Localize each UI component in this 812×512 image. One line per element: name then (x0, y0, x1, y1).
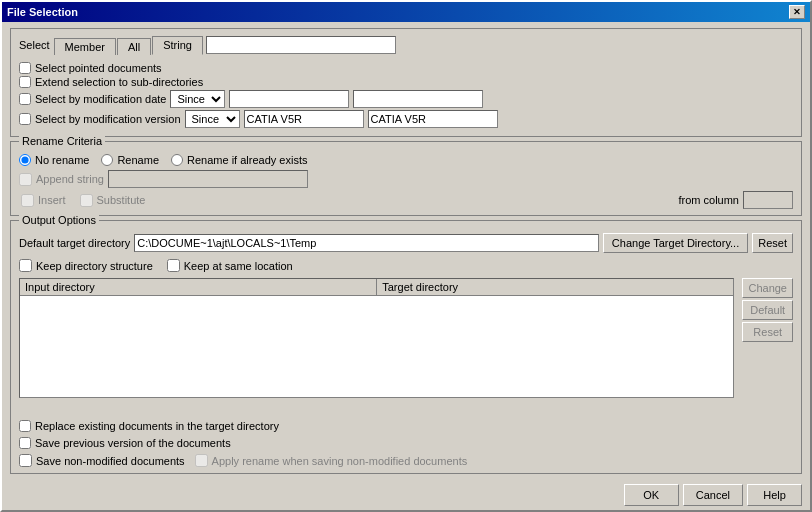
col-target-dir: Target directory (377, 279, 733, 295)
append-string-row: Append string (19, 170, 793, 188)
keep-dir-label: Keep directory structure (36, 260, 153, 272)
table-header: Input directory Target directory (20, 279, 733, 296)
insert-row: Insert Substitute from column (19, 191, 793, 209)
default-target-input[interactable] (134, 234, 599, 252)
main-content: Select Member All String Select pointed … (2, 22, 810, 480)
input-options-label: Select Member All String (11, 29, 801, 56)
table-action-buttons: Change Default Reset (742, 278, 793, 417)
insert-checkbox[interactable] (21, 194, 34, 207)
cancel-button[interactable]: Cancel (683, 484, 743, 506)
keep-options-row: Keep directory structure Keep at same lo… (19, 259, 793, 272)
insert-label: Insert (38, 194, 66, 206)
checkbox-row-subdirs: Extend selection to sub-directories (19, 76, 793, 88)
append-string-input[interactable] (108, 170, 308, 188)
tab-member[interactable]: Member (54, 38, 116, 55)
ok-button[interactable]: OK (624, 484, 679, 506)
mod-version-dropdown[interactable]: Since (185, 110, 240, 128)
help-button[interactable]: Help (747, 484, 802, 506)
replace-existing-label: Replace existing documents in the target… (35, 420, 279, 432)
select-pointed-checkbox[interactable] (19, 62, 31, 74)
default-target-label: Default target directory (19, 237, 130, 249)
save-prev-row: Save previous version of the documents (19, 437, 793, 449)
save-non-modified-row: Save non-modified documents Apply rename… (19, 454, 793, 467)
rename-criteria-label: Rename Criteria (19, 135, 105, 147)
output-options-label: Output Options (19, 214, 99, 226)
from-column-input[interactable] (743, 191, 793, 209)
keep-same-checkbox[interactable] (167, 259, 180, 272)
title-bar: File Selection ✕ (2, 2, 810, 22)
directory-table[interactable]: Input directory Target directory (19, 278, 734, 398)
rename-radio[interactable] (101, 154, 113, 166)
rename-if-exists-label: Rename if already exists (187, 154, 307, 166)
checkbox-row-mod-version: Select by modification version Since (19, 110, 793, 128)
rename-if-exists-radio[interactable] (171, 154, 183, 166)
no-rename-radio[interactable] (19, 154, 31, 166)
close-button[interactable]: ✕ (789, 5, 805, 19)
mod-date-checkbox[interactable] (19, 93, 31, 105)
extend-subdirs-checkbox[interactable] (19, 76, 31, 88)
input-options-body: Select pointed documents Extend selectio… (11, 58, 801, 136)
mod-version-label: Select by modification version (35, 113, 181, 125)
bottom-buttons-area: OK Cancel Help (2, 480, 810, 510)
mod-date-input1[interactable] (229, 90, 349, 108)
tabs-container: Member All String (54, 35, 396, 54)
string-input[interactable] (206, 36, 396, 54)
file-selection-window: File Selection ✕ Select Member All Strin… (0, 0, 812, 512)
tab-string[interactable]: String (152, 36, 203, 55)
rename-criteria-group: Rename Criteria No rename Rename Rename … (10, 141, 802, 216)
mod-version-checkbox[interactable] (19, 113, 31, 125)
output-options-group: Output Options Default target directory … (10, 220, 802, 474)
no-rename-label: No rename (35, 154, 89, 166)
dir-table-section: Input directory Target directory Change … (19, 278, 793, 417)
window-title: File Selection (7, 6, 78, 18)
mod-date-label: Select by modification date (35, 93, 166, 105)
checkbox-row-pointed: Select pointed documents (19, 62, 793, 74)
substitute-label: Substitute (97, 194, 146, 206)
default-target-row: Default target directory Change Target D… (19, 233, 793, 253)
apply-rename-checkbox[interactable] (195, 454, 208, 467)
change-dir-button[interactable]: Change (742, 278, 793, 298)
save-prev-checkbox[interactable] (19, 437, 31, 449)
append-string-checkbox[interactable] (19, 173, 32, 186)
rename-label: Rename (117, 154, 159, 166)
keep-dir-checkbox[interactable] (19, 259, 32, 272)
keep-same-label: Keep at same location (184, 260, 293, 272)
tab-all[interactable]: All (117, 38, 151, 55)
col-input-dir: Input directory (20, 279, 377, 295)
save-prev-label: Save previous version of the documents (35, 437, 231, 449)
save-non-mod-label: Save non-modified documents (36, 455, 185, 467)
checkbox-row-mod-date: Select by modification date Since (19, 90, 793, 108)
extend-subdirs-label: Extend selection to sub-directories (35, 76, 203, 88)
mod-version-input2[interactable] (368, 110, 498, 128)
replace-existing-row: Replace existing documents in the target… (19, 420, 793, 432)
rename-radio-row: No rename Rename Rename if already exist… (19, 154, 793, 166)
save-non-mod-checkbox[interactable] (19, 454, 32, 467)
mod-date-dropdown[interactable]: Since (170, 90, 225, 108)
change-target-button[interactable]: Change Target Directory... (603, 233, 748, 253)
select-label: Select (19, 39, 50, 51)
substitute-checkbox[interactable] (80, 194, 93, 207)
reset-target-button[interactable]: Reset (752, 233, 793, 253)
mod-version-input1[interactable] (244, 110, 364, 128)
from-column-label: from column (678, 194, 739, 206)
default-dir-button[interactable]: Default (742, 300, 793, 320)
replace-existing-checkbox[interactable] (19, 420, 31, 432)
reset-dir-button[interactable]: Reset (742, 322, 793, 342)
append-string-label: Append string (36, 173, 104, 185)
select-pointed-label: Select pointed documents (35, 62, 162, 74)
apply-rename-label: Apply rename when saving non-modified do… (212, 455, 468, 467)
mod-date-input2[interactable] (353, 90, 483, 108)
